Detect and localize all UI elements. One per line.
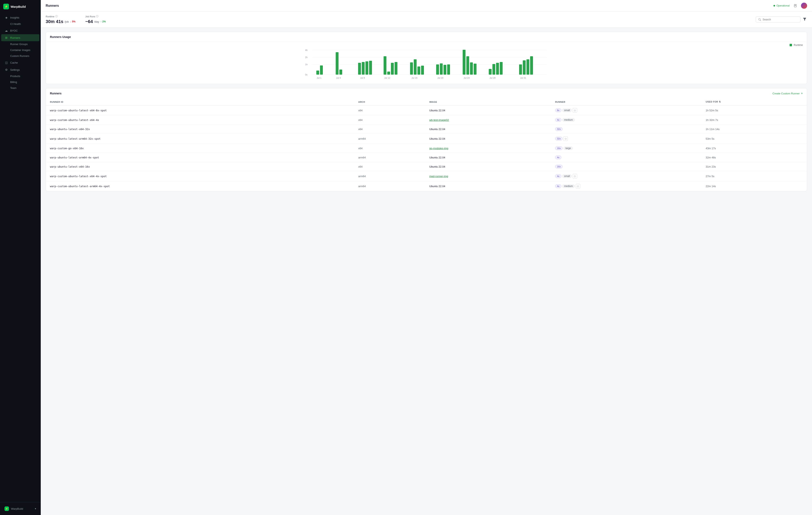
arch-value: x64 [358,109,362,112]
arch-value: arm64 [358,156,366,159]
sidebar-item-products[interactable]: Products [1,74,39,79]
tag-badge: 4x [555,184,561,188]
status-dot [774,5,775,6]
svg-rect-15 [369,61,372,75]
arch-cell: arm64 [354,181,425,191]
runner-cell: 4xmedium [551,115,702,124]
table-row[interactable]: warp-custom-ubuntu-latest-x64-4x-spotarm… [46,171,807,181]
table-row[interactable]: warp-ubuntu-latest-x64-16xx64Ubuntu 22.0… [46,162,807,171]
table-row[interactable]: warp-custom-go-x64-16xx64go-modules-img1… [46,144,807,153]
runner-label: small [562,109,572,112]
svg-text:Jul 16: Jul 16 [411,77,417,79]
sidebar-item-container-images[interactable]: Container Images [1,47,39,53]
runtime-value: 30m 41s [46,19,63,24]
filter-button[interactable] [802,17,807,22]
sidebar-item-settings[interactable]: ⚙ Settings [1,66,39,73]
table-row[interactable]: warp-ubuntu-latest-x64-32xx64Ubuntu 22.0… [46,124,807,134]
col-runner: RUNNER [551,98,702,106]
runner-cell: 32x [551,124,702,134]
sidebar-label-cache: Cache [10,61,18,64]
table-row[interactable]: warp-ubuntu-latest-arm64-32x-spotarm64Ub… [46,134,807,144]
runner-cell: 16x [551,162,702,171]
cache-icon: ◫ [4,61,8,64]
status-badge: Operational [774,4,790,7]
create-btn-plus: + [801,91,803,95]
svg-text:Jul 24: Jul 24 [464,77,470,79]
runner-id-cell: warp-ubuntu-latest-x64-32x [46,124,354,134]
runner-id-value: warp-ubuntu-latest-arm64-32x-spot [50,137,100,140]
svg-text:Jul 1: Jul 1 [317,77,321,79]
tag-badge: 16x [555,165,563,168]
sidebar-item-custom-runners[interactable]: Custom Runners [1,53,39,59]
arch-cell: arm64 [354,171,425,181]
chart-card: Runners Usage Runtime 4h 2h 1h 0s [46,32,807,84]
svg-rect-28 [463,50,465,75]
arch-value: arm64 [358,175,366,178]
image-cell: Ubuntu 22.04 [425,106,551,115]
runners-table-card: Runners Create Custom Runner + RUNNER ID… [46,88,807,191]
search-icon [758,18,761,21]
search-input[interactable] [763,18,798,21]
image-cell: Ubuntu 22.04 [425,181,551,191]
runner-id-value: warp-ubuntu-latest-x64-16x [50,165,90,168]
svg-rect-10 [336,52,339,75]
arch-value: x64 [358,118,362,121]
table-row[interactable]: warp-ubuntu-latest-arm64-4x-spotarm64Ubu… [46,153,807,162]
table-header: Runners Create Custom Runner + [46,88,807,98]
sidebar-item-runner-groups[interactable]: Runner Groups [1,41,39,47]
byoc-icon: ☁ [4,29,8,32]
image-value: Ubuntu 22.04 [429,137,445,140]
runner-id-value: warp-custom-ubuntu-latest-arm64-4x-spot [50,185,110,188]
image-link[interactable]: med-runner-img [429,175,448,178]
image-link[interactable]: go-modules-img [429,147,448,150]
table-row[interactable]: warp-custom-ubuntu-latest-arm64-4x-spota… [46,181,807,191]
job-runs-change: ↑ 2% [100,20,106,23]
runner-label: small [562,174,572,178]
sidebar-item-ci-health[interactable]: CI Health [1,21,39,27]
svg-rect-13 [362,62,365,75]
used-for-cell: 27m 5s [701,171,807,181]
col-arch: ARCH [354,98,425,106]
runner-label: medium [562,118,575,122]
status-text: Operational [776,4,790,7]
sidebar-label-byoc: BYOC [10,29,18,32]
workspace-switcher[interactable]: ⚡ WarpBuild ▾ [2,505,38,513]
col-used-for: USED FOR ⇅ [701,98,807,106]
svg-text:1h: 1h [305,63,308,66]
logo-icon: ⚡ [3,4,9,9]
runners-table: RUNNER ID ARCH IMAGE RUNNER USED FOR ⇅ w… [46,98,807,191]
image-link[interactable]: wb-test-image02 [429,118,449,121]
tag-badge: 4x [555,155,561,159]
create-custom-runner-button[interactable]: Create Custom Runner + [773,91,803,95]
sidebar-item-cache[interactable]: ◫ Cache [1,59,39,66]
sidebar-item-team[interactable]: Team [1,85,39,91]
sidebar-item-runners[interactable]: ⊞ Runners [1,34,39,41]
used-for-value: 22m 14s [705,185,716,188]
runner-id-cell: warp-ubuntu-latest-arm64-4x-spot [46,153,354,162]
svg-rect-27 [447,64,450,75]
tag-badge: 32x [555,127,563,131]
arch-cell: arm64 [354,153,425,162]
table-row[interactable]: warp-custom-ubuntu-latest-x64-8x-spotx64… [46,106,807,115]
sidebar-item-billing[interactable]: Billing [1,79,39,85]
image-value: Ubuntu 22.04 [429,156,445,159]
runner-id-cell: warp-ubuntu-latest-x64-16x [46,162,354,171]
chart-legend: Runtime [46,42,807,47]
svg-text:Jul 28: Jul 28 [490,77,495,79]
table-row[interactable]: warp-custom-ubuntu-latest-x64-4xx64wb-te… [46,115,807,124]
doc-button[interactable] [792,2,799,9]
svg-text:2h: 2h [305,56,308,58]
tag-badge: 16x [555,146,563,150]
svg-rect-11 [339,69,342,75]
arch-value: x64 [358,147,362,150]
search-box[interactable] [756,17,801,22]
content-area: Runners Usage Runtime 4h 2h 1h 0s [41,28,812,515]
app-logo[interactable]: ⚡ WarpBuild [0,0,40,13]
col-image: IMAGE [425,98,551,106]
sidebar-item-byoc[interactable]: ☁ BYOC [1,27,39,34]
image-cell: Ubuntu 22.04 [425,134,551,144]
user-avatar[interactable] [801,3,807,9]
job-runs-stat: Job Runs ⓘ ~64 /day ↑ 2% [85,15,106,24]
runner-cell: 32x◇ [551,134,702,144]
sidebar-item-insights[interactable]: ◈ Insights [1,14,39,21]
